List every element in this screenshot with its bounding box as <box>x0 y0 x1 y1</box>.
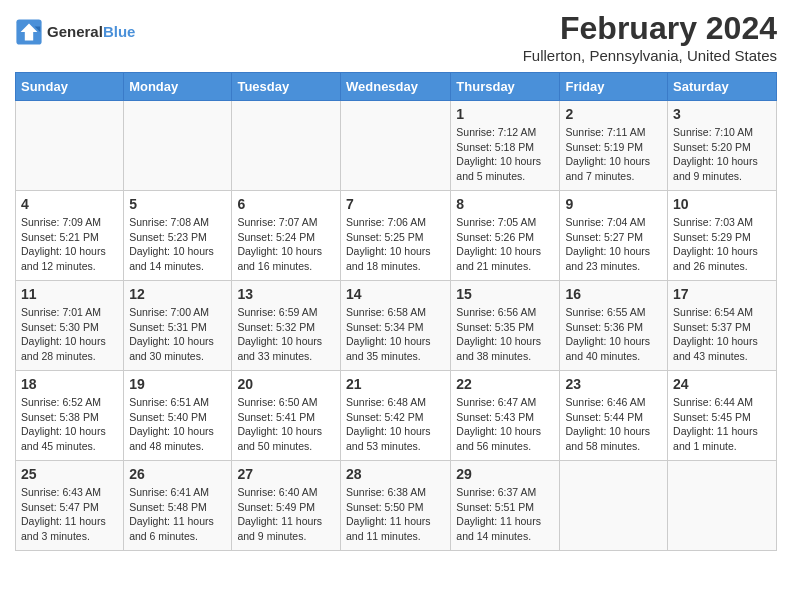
logo-text: GeneralBlue <box>47 23 135 41</box>
calendar-cell: 11Sunrise: 7:01 AM Sunset: 5:30 PM Dayli… <box>16 281 124 371</box>
weekday-header-monday: Monday <box>124 73 232 101</box>
calendar-cell <box>340 101 450 191</box>
day-number: 25 <box>21 466 118 482</box>
day-info: Sunrise: 6:43 AM Sunset: 5:47 PM Dayligh… <box>21 485 118 544</box>
day-info: Sunrise: 6:46 AM Sunset: 5:44 PM Dayligh… <box>565 395 662 454</box>
calendar-cell: 17Sunrise: 6:54 AM Sunset: 5:37 PM Dayli… <box>668 281 777 371</box>
day-number: 24 <box>673 376 771 392</box>
calendar-cell: 9Sunrise: 7:04 AM Sunset: 5:27 PM Daylig… <box>560 191 668 281</box>
title-area: February 2024 Fullerton, Pennsylvania, U… <box>523 10 777 64</box>
day-number: 23 <box>565 376 662 392</box>
day-number: 3 <box>673 106 771 122</box>
weekday-header-sunday: Sunday <box>16 73 124 101</box>
day-info: Sunrise: 7:05 AM Sunset: 5:26 PM Dayligh… <box>456 215 554 274</box>
day-number: 6 <box>237 196 335 212</box>
logo-icon <box>15 18 43 46</box>
day-number: 2 <box>565 106 662 122</box>
day-info: Sunrise: 6:38 AM Sunset: 5:50 PM Dayligh… <box>346 485 445 544</box>
calendar-cell: 8Sunrise: 7:05 AM Sunset: 5:26 PM Daylig… <box>451 191 560 281</box>
calendar-cell: 26Sunrise: 6:41 AM Sunset: 5:48 PM Dayli… <box>124 461 232 551</box>
day-info: Sunrise: 7:00 AM Sunset: 5:31 PM Dayligh… <box>129 305 226 364</box>
weekday-header-wednesday: Wednesday <box>340 73 450 101</box>
calendar-cell <box>124 101 232 191</box>
calendar-table: SundayMondayTuesdayWednesdayThursdayFrid… <box>15 72 777 551</box>
day-info: Sunrise: 6:41 AM Sunset: 5:48 PM Dayligh… <box>129 485 226 544</box>
day-info: Sunrise: 6:56 AM Sunset: 5:35 PM Dayligh… <box>456 305 554 364</box>
calendar-week-row: 4Sunrise: 7:09 AM Sunset: 5:21 PM Daylig… <box>16 191 777 281</box>
day-number: 5 <box>129 196 226 212</box>
calendar-cell <box>232 101 341 191</box>
day-info: Sunrise: 6:54 AM Sunset: 5:37 PM Dayligh… <box>673 305 771 364</box>
weekday-header-row: SundayMondayTuesdayWednesdayThursdayFrid… <box>16 73 777 101</box>
day-info: Sunrise: 6:37 AM Sunset: 5:51 PM Dayligh… <box>456 485 554 544</box>
day-number: 29 <box>456 466 554 482</box>
day-number: 14 <box>346 286 445 302</box>
day-info: Sunrise: 7:06 AM Sunset: 5:25 PM Dayligh… <box>346 215 445 274</box>
day-number: 10 <box>673 196 771 212</box>
day-number: 12 <box>129 286 226 302</box>
day-info: Sunrise: 6:50 AM Sunset: 5:41 PM Dayligh… <box>237 395 335 454</box>
day-info: Sunrise: 7:12 AM Sunset: 5:18 PM Dayligh… <box>456 125 554 184</box>
day-number: 28 <box>346 466 445 482</box>
day-info: Sunrise: 7:07 AM Sunset: 5:24 PM Dayligh… <box>237 215 335 274</box>
day-number: 19 <box>129 376 226 392</box>
page-header: GeneralBlue February 2024 Fullerton, Pen… <box>15 10 777 64</box>
day-info: Sunrise: 7:03 AM Sunset: 5:29 PM Dayligh… <box>673 215 771 274</box>
day-number: 22 <box>456 376 554 392</box>
calendar-week-row: 11Sunrise: 7:01 AM Sunset: 5:30 PM Dayli… <box>16 281 777 371</box>
calendar-cell: 2Sunrise: 7:11 AM Sunset: 5:19 PM Daylig… <box>560 101 668 191</box>
calendar-cell: 27Sunrise: 6:40 AM Sunset: 5:49 PM Dayli… <box>232 461 341 551</box>
day-number: 16 <box>565 286 662 302</box>
calendar-cell: 20Sunrise: 6:50 AM Sunset: 5:41 PM Dayli… <box>232 371 341 461</box>
weekday-header-tuesday: Tuesday <box>232 73 341 101</box>
day-info: Sunrise: 6:48 AM Sunset: 5:42 PM Dayligh… <box>346 395 445 454</box>
day-number: 1 <box>456 106 554 122</box>
day-number: 7 <box>346 196 445 212</box>
day-number: 18 <box>21 376 118 392</box>
day-number: 11 <box>21 286 118 302</box>
weekday-header-saturday: Saturday <box>668 73 777 101</box>
calendar-cell: 12Sunrise: 7:00 AM Sunset: 5:31 PM Dayli… <box>124 281 232 371</box>
calendar-cell: 21Sunrise: 6:48 AM Sunset: 5:42 PM Dayli… <box>340 371 450 461</box>
calendar-cell <box>16 101 124 191</box>
day-info: Sunrise: 6:52 AM Sunset: 5:38 PM Dayligh… <box>21 395 118 454</box>
calendar-cell: 14Sunrise: 6:58 AM Sunset: 5:34 PM Dayli… <box>340 281 450 371</box>
calendar-cell: 4Sunrise: 7:09 AM Sunset: 5:21 PM Daylig… <box>16 191 124 281</box>
day-number: 15 <box>456 286 554 302</box>
day-number: 26 <box>129 466 226 482</box>
day-number: 27 <box>237 466 335 482</box>
calendar-cell: 29Sunrise: 6:37 AM Sunset: 5:51 PM Dayli… <box>451 461 560 551</box>
calendar-cell: 28Sunrise: 6:38 AM Sunset: 5:50 PM Dayli… <box>340 461 450 551</box>
location-title: Fullerton, Pennsylvania, United States <box>523 47 777 64</box>
calendar-cell: 6Sunrise: 7:07 AM Sunset: 5:24 PM Daylig… <box>232 191 341 281</box>
calendar-cell: 23Sunrise: 6:46 AM Sunset: 5:44 PM Dayli… <box>560 371 668 461</box>
calendar-cell <box>668 461 777 551</box>
day-info: Sunrise: 6:40 AM Sunset: 5:49 PM Dayligh… <box>237 485 335 544</box>
logo: GeneralBlue <box>15 18 135 46</box>
calendar-cell: 18Sunrise: 6:52 AM Sunset: 5:38 PM Dayli… <box>16 371 124 461</box>
calendar-cell: 5Sunrise: 7:08 AM Sunset: 5:23 PM Daylig… <box>124 191 232 281</box>
calendar-cell: 16Sunrise: 6:55 AM Sunset: 5:36 PM Dayli… <box>560 281 668 371</box>
day-number: 9 <box>565 196 662 212</box>
calendar-week-row: 1Sunrise: 7:12 AM Sunset: 5:18 PM Daylig… <box>16 101 777 191</box>
day-info: Sunrise: 7:11 AM Sunset: 5:19 PM Dayligh… <box>565 125 662 184</box>
calendar-cell: 15Sunrise: 6:56 AM Sunset: 5:35 PM Dayli… <box>451 281 560 371</box>
day-number: 4 <box>21 196 118 212</box>
day-info: Sunrise: 7:08 AM Sunset: 5:23 PM Dayligh… <box>129 215 226 274</box>
calendar-cell: 7Sunrise: 7:06 AM Sunset: 5:25 PM Daylig… <box>340 191 450 281</box>
calendar-cell: 10Sunrise: 7:03 AM Sunset: 5:29 PM Dayli… <box>668 191 777 281</box>
calendar-cell <box>560 461 668 551</box>
day-info: Sunrise: 6:55 AM Sunset: 5:36 PM Dayligh… <box>565 305 662 364</box>
calendar-cell: 19Sunrise: 6:51 AM Sunset: 5:40 PM Dayli… <box>124 371 232 461</box>
calendar-cell: 1Sunrise: 7:12 AM Sunset: 5:18 PM Daylig… <box>451 101 560 191</box>
day-info: Sunrise: 6:47 AM Sunset: 5:43 PM Dayligh… <box>456 395 554 454</box>
day-info: Sunrise: 6:44 AM Sunset: 5:45 PM Dayligh… <box>673 395 771 454</box>
day-info: Sunrise: 7:09 AM Sunset: 5:21 PM Dayligh… <box>21 215 118 274</box>
day-number: 20 <box>237 376 335 392</box>
calendar-cell: 25Sunrise: 6:43 AM Sunset: 5:47 PM Dayli… <box>16 461 124 551</box>
day-info: Sunrise: 6:59 AM Sunset: 5:32 PM Dayligh… <box>237 305 335 364</box>
weekday-header-friday: Friday <box>560 73 668 101</box>
day-info: Sunrise: 7:01 AM Sunset: 5:30 PM Dayligh… <box>21 305 118 364</box>
calendar-cell: 24Sunrise: 6:44 AM Sunset: 5:45 PM Dayli… <box>668 371 777 461</box>
day-info: Sunrise: 6:51 AM Sunset: 5:40 PM Dayligh… <box>129 395 226 454</box>
